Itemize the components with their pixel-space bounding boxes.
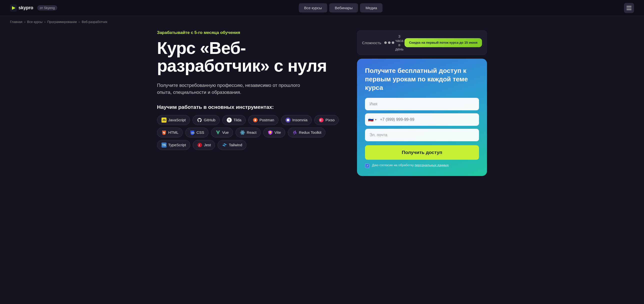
tag-vite-label: Vite <box>274 130 281 135</box>
consent-text: Даю согласие на обработку персональных д… <box>372 163 448 167</box>
nav-media[interactable]: Медиа <box>360 3 382 12</box>
tagline: Зарабатывайте с 5-го месяца обучения <box>157 30 347 35</box>
logo-badge: от Skyeng <box>37 5 57 10</box>
discount-button[interactable]: Скидка на первый поток курса до 15 июня <box>404 38 482 47</box>
tag-insomnia-label: Insomnia <box>292 118 308 122</box>
tag-vite: Vite <box>263 128 285 138</box>
complexity-bar: Сложность 3 часа в день Скидка на первый… <box>357 30 487 55</box>
email-input[interactable] <box>365 129 479 141</box>
tag-insomnia: Insomnia <box>281 115 312 125</box>
tag-pixso-label: Pixso <box>326 118 335 122</box>
tag-tailwind-label: Tailwind <box>229 143 242 147</box>
tailwind-icon <box>222 142 227 148</box>
logo-text: skypro <box>18 5 33 10</box>
signup-form-card: Получите бесплатный доступ к первым урок… <box>357 59 487 176</box>
tag-typescript: TS TypeScript <box>157 140 190 150</box>
tag-tilda: T Tilda <box>222 115 246 125</box>
svg-point-4 <box>287 119 289 121</box>
dot-2 <box>388 41 390 44</box>
svg-text:CSS: CSS <box>191 132 195 134</box>
consent-checkbox[interactable] <box>365 163 370 168</box>
vite-icon <box>268 130 273 135</box>
tag-jest-label: Jest <box>204 143 211 147</box>
breadcrumb-all-courses[interactable]: Все курсы <box>27 20 42 24</box>
tag-typescript-label: TypeScript <box>168 143 186 147</box>
tools-tags: JS JavaScript GitHub T Tilda <box>157 115 347 150</box>
tag-redux: Redux Toolkit <box>288 128 326 138</box>
phone-wrapper: 🇷🇺 ▼ <box>365 113 479 126</box>
complexity-info: Сложность <box>362 41 394 45</box>
tag-pixso: P Pixso <box>314 115 339 125</box>
hamburger-line-3 <box>626 9 632 10</box>
github-icon <box>197 117 202 123</box>
svg-text:J: J <box>198 144 200 147</box>
tools-label: Научим работать в основных инструментах: <box>157 104 347 110</box>
tag-github-label: GitHub <box>204 118 216 122</box>
form-title: Получите бесплатный доступ к первым урок… <box>365 67 479 92</box>
tag-react-label: React <box>247 130 256 135</box>
typescript-icon: TS <box>161 142 167 148</box>
breadcrumb-programming[interactable]: Программирование <box>47 20 77 24</box>
react-icon <box>240 130 245 135</box>
subtitle: Получите востребованную профессию, незав… <box>157 82 307 96</box>
insomnia-icon <box>285 117 291 123</box>
navbar-center: Все курсы Вебинары Медиа <box>299 3 383 12</box>
breadcrumb-home[interactable]: Главная <box>10 20 22 24</box>
hamburger-menu[interactable] <box>624 3 634 13</box>
nav-webinars[interactable]: Вебинары <box>329 3 358 12</box>
tag-tailwind: Tailwind <box>218 140 246 150</box>
tag-tilda-label: Tilda <box>234 118 242 122</box>
tag-javascript: JS JavaScript <box>157 115 190 125</box>
flag-emoji: 🇷🇺 <box>368 117 374 122</box>
difficulty-dots <box>384 41 394 44</box>
tag-css-label: CSS <box>196 130 204 135</box>
css-icon: CSS <box>190 130 195 135</box>
tag-postman-label: Postman <box>260 118 274 122</box>
breadcrumb: Главная » Все курсы » Программирование »… <box>0 16 644 28</box>
consent-row: Даю согласие на обработку персональных д… <box>365 163 479 168</box>
tag-html: HTML <box>157 128 183 138</box>
navbar-left: skypro от Skyeng <box>10 4 57 11</box>
breadcrumb-sep-3: » <box>78 20 80 24</box>
nav-all-courses[interactable]: Все курсы <box>299 3 328 12</box>
breadcrumb-sep-2: » <box>44 20 46 24</box>
left-column: Зарабатывайте с 5-го месяца обучения Кур… <box>157 30 347 176</box>
navbar: skypro от Skyeng Все курсы Вебинары Меди… <box>0 0 644 16</box>
tag-redux-label: Redux Toolkit <box>299 130 322 135</box>
logo-icon <box>10 4 17 11</box>
postman-icon <box>252 117 258 123</box>
phone-field-group: 🇷🇺 ▼ <box>365 113 479 126</box>
submit-button[interactable]: Получить доступ <box>365 145 479 160</box>
main-content: Зарабатывайте с 5-го месяца обучения Кур… <box>147 28 497 186</box>
name-input[interactable] <box>365 98 479 110</box>
dot-1 <box>384 41 387 44</box>
tag-jest: J Jest <box>193 140 215 150</box>
breadcrumb-sep-1: » <box>24 20 26 24</box>
breadcrumb-current: Веб-разработчик <box>82 20 107 24</box>
tag-vue-label: Vue <box>222 130 229 135</box>
phone-input[interactable] <box>380 113 479 126</box>
dot-3 <box>392 41 394 44</box>
tag-postman: Postman <box>248 115 278 125</box>
right-column: Сложность 3 часа в день Скидка на первый… <box>357 30 487 176</box>
tag-vue: Vue <box>211 128 233 138</box>
navbar-right <box>624 3 634 13</box>
complexity-label: Сложность <box>362 41 381 45</box>
consent-link[interactable]: персональных данных <box>415 163 449 167</box>
tag-css: CSS CSS <box>185 128 208 138</box>
jest-icon: J <box>197 142 202 148</box>
time-label: 3 часа в день <box>394 34 404 51</box>
hamburger-line-2 <box>626 8 632 8</box>
hamburger-line-1 <box>626 6 632 6</box>
name-field-group <box>365 98 479 110</box>
email-field-group <box>365 129 479 141</box>
flag-chevron: ▼ <box>374 118 377 121</box>
tag-react: React <box>236 128 261 138</box>
pixso-icon: P <box>318 117 324 123</box>
phone-country-select[interactable]: 🇷🇺 ▼ <box>365 113 380 126</box>
logo[interactable]: skypro <box>10 4 33 11</box>
vue-icon <box>215 130 221 135</box>
svg-text:P: P <box>320 119 322 122</box>
javascript-icon: JS <box>161 117 167 123</box>
redux-icon <box>292 130 298 135</box>
